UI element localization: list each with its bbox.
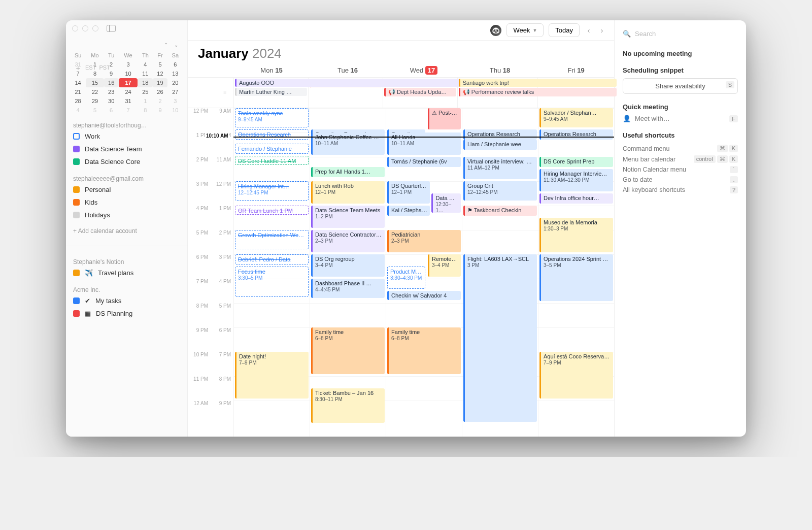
mini-day[interactable]: 25 — [138, 87, 153, 96]
shortcut-row[interactable]: All keyboard shortcuts? — [623, 185, 738, 195]
notion-item[interactable]: ▦DS Planning — [66, 307, 187, 320]
calendar-event[interactable]: Data Science Contractor Intake: …2–3 PM — [311, 230, 385, 252]
calendar-event[interactable]: ⚠ Post-Launc… — [428, 108, 461, 129]
day-header[interactable]: Fri 19 — [538, 63, 614, 77]
mini-day[interactable]: 30 — [104, 96, 119, 106]
calendar-event[interactable]: DS Core Sprint Prep — [539, 157, 613, 167]
calendar-event[interactable]: Checkin w/ Salvador 4 — [387, 291, 461, 300]
calendar-event[interactable]: Operations 2024 Sprint Planning3–5 PM — [539, 254, 613, 301]
shortcut-row[interactable]: Go to date. — [623, 175, 738, 185]
calendar-event[interactable]: Data Science Team Meets1–2 PM — [311, 206, 385, 228]
calendar-event[interactable]: ⚑ Taskboard Checkin — [463, 206, 537, 216]
calendar-event[interactable]: Operations Research — [463, 129, 537, 140]
day-header[interactable]: Wed 17 — [386, 63, 462, 77]
day-header[interactable]: Tue 16 — [310, 63, 386, 77]
mini-day[interactable]: 6 — [104, 106, 119, 115]
mini-day[interactable]: 18 — [138, 78, 153, 87]
calendar-event[interactable]: Dashboard Phase II …4–4:45 PM — [311, 279, 385, 298]
calendar-event[interactable]: Operations Research — [539, 129, 613, 140]
add-tz-icon[interactable]: + — [74, 63, 82, 72]
mini-day[interactable]: 1 — [138, 96, 153, 106]
day-column[interactable]: Operations ResearchLiam / Stephanie weeV… — [462, 108, 538, 437]
share-availability-button[interactable]: Share availabilityS — [623, 78, 738, 94]
mini-day[interactable]: 7 — [119, 106, 138, 115]
allday-event[interactable]: Santiago work trip! — [459, 79, 617, 87]
day-column[interactable]: 8–9 AM⚠ Post-Launc…OperationsAll Hands10… — [386, 108, 462, 437]
calendar-event[interactable]: Group Crit12–12:45 PM — [463, 181, 537, 201]
mini-day[interactable]: 19 — [153, 78, 167, 87]
mini-day[interactable]: 9 — [153, 106, 167, 115]
day-header[interactable]: Mon 15 — [233, 63, 310, 77]
calendar-event[interactable]: Fernando / Stephanie — [235, 144, 309, 154]
calendar-event[interactable]: Lunch with Rob12–1 PM — [311, 181, 385, 204]
calendar-event[interactable]: Family time6–8 PM — [311, 327, 385, 374]
mini-day[interactable]: 26 — [153, 87, 167, 96]
traffic-max[interactable] — [92, 25, 98, 31]
calendar-event[interactable]: Prep for All Hands 1… — [311, 167, 385, 177]
mini-day[interactable]: 13 — [167, 69, 183, 78]
calendar-event[interactable]: Operations Research — [235, 129, 309, 140]
calendar-event[interactable]: Remote visit …3–4 PM — [428, 254, 461, 277]
calendar-event[interactable]: Hiring Manager Interview: Gui …11:30 AM–… — [539, 169, 613, 191]
mini-day[interactable]: 10 — [167, 106, 183, 115]
calendar-event[interactable]: DS Core Huddle 11 AM — [235, 156, 309, 165]
mini-day[interactable]: 11 — [138, 69, 153, 78]
mini-day[interactable]: 6 — [167, 60, 183, 69]
mini-day[interactable]: 10 — [119, 69, 138, 78]
calendar-item[interactable]: Work — [66, 130, 187, 143]
mini-day[interactable]: 8 — [138, 106, 153, 115]
day-column[interactable]: 8–9 AMTools weekly sync9–9:45 AMOperatio… — [233, 108, 310, 437]
mini-day[interactable]: 24 — [119, 87, 138, 96]
meet-with-input[interactable]: 👤 F — [623, 115, 738, 122]
calendar-item[interactable]: Data Science Team — [66, 143, 187, 155]
allday-event[interactable]: 📢 Dept Heads Upda… — [384, 88, 456, 96]
calendar-event[interactable]: Date night!7–9 PM — [235, 352, 309, 399]
allday-collapse-icon[interactable]: ≡ — [223, 89, 226, 95]
mini-day[interactable]: 29 — [86, 96, 104, 106]
mini-day[interactable]: 15 — [86, 78, 104, 87]
calendar-item[interactable]: Holidays — [66, 209, 187, 221]
mini-day[interactable]: 22 — [86, 87, 104, 96]
traffic-close[interactable] — [72, 25, 78, 31]
add-calendar-account[interactable]: + Add calendar account — [66, 221, 187, 241]
traffic-min[interactable] — [82, 25, 88, 31]
calendar-event[interactable]: Museo de la Memoria1:30–3 PM — [539, 218, 613, 252]
day-column[interactable]: Operations ResearchJohn:Stephanie Coffee… — [310, 108, 386, 437]
mini-day[interactable]: 12 — [153, 69, 167, 78]
calendar-event[interactable]: Dev Infra office hour… — [539, 193, 613, 204]
calendar-event[interactable]: DS Quarterly Outreach12–1 PM — [387, 181, 430, 204]
calendar-event[interactable]: John:Stephanie Coffee Chat10–11 AM — [311, 132, 385, 155]
calendar-event[interactable]: Hiring Manager int…12–12:45 PM — [235, 181, 309, 201]
calendar-event[interactable]: Tomás / Stephanie (6v — [387, 157, 461, 167]
shortcut-row[interactable]: Menu bar calendarcontrol⌘K — [623, 154, 738, 164]
calendar-event[interactable]: Flight: LA603 LAX→SCL3 PM — [463, 254, 537, 422]
mini-day[interactable]: 3 — [119, 60, 138, 69]
calendar-item[interactable]: Personal — [66, 183, 187, 196]
mini-day[interactable]: 20 — [167, 78, 183, 87]
calendar-event[interactable]: Pediatrician2–3 PM — [387, 230, 461, 252]
notion-item[interactable]: ✈️Travel plans — [66, 267, 187, 279]
calendar-item[interactable]: Data Science Core — [66, 155, 187, 168]
calendar-event[interactable]: Virtual onsite interview: Pedro …11 AM–1… — [463, 157, 537, 179]
mini-next-icon[interactable]: ⌄ — [172, 41, 180, 49]
calendar-item[interactable]: Kids — [66, 196, 187, 209]
day-column[interactable]: Salvador / Stephan…9–9:45 AMOperations R… — [538, 108, 614, 437]
mini-day[interactable]: 14 — [70, 78, 86, 87]
mini-prev-icon[interactable]: ⌃ — [162, 41, 170, 49]
calendar-event[interactable]: OR Team Lunch 1 PM — [235, 206, 309, 215]
mini-day[interactable]: 2 — [153, 96, 167, 106]
calendar-event[interactable]: Liam / Stephanie wee — [463, 140, 537, 150]
mini-day[interactable]: 16 — [104, 78, 119, 87]
calendar-event[interactable]: DS Org regroup3–4 PM — [311, 254, 385, 277]
mini-day[interactable]: 28 — [70, 96, 86, 106]
shortcut-row[interactable]: Command menu⌘K — [623, 143, 738, 154]
sidebar-toggle-icon[interactable] — [107, 25, 116, 32]
calendar-event[interactable]: All Hands10–11 AM — [387, 132, 461, 155]
mini-day[interactable]: 31 — [119, 96, 138, 106]
mini-day[interactable]: 5 — [153, 60, 167, 69]
calendar-event[interactable]: Kai / Stepha… — [387, 206, 430, 216]
calendar-event[interactable]: Product Marketing …3:30–4:30 PM — [387, 267, 425, 289]
calendar-event[interactable]: Aquí está Coco Reservation7–9 PM — [539, 352, 613, 399]
calendar-event[interactable]: Data Scien…12:30–1… — [431, 193, 461, 213]
calendar-event[interactable]: Growth Optimization Weekly — [235, 230, 309, 249]
